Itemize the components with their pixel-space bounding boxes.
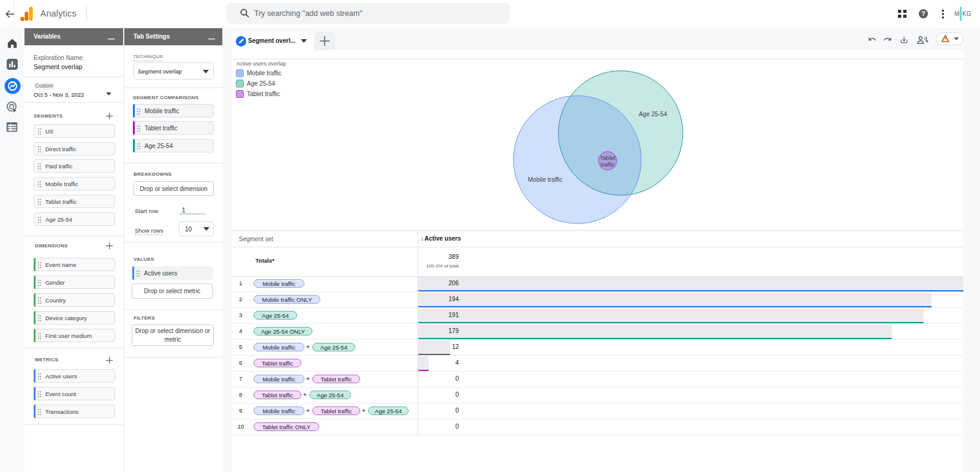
svg-text:Mobile traffic: Mobile traffic: [528, 176, 563, 183]
svg-text:Age 25-54: Age 25-54: [639, 111, 668, 118]
svg-text:Tablet: Tablet: [600, 154, 616, 161]
svg-text:traffic: traffic: [600, 161, 614, 168]
